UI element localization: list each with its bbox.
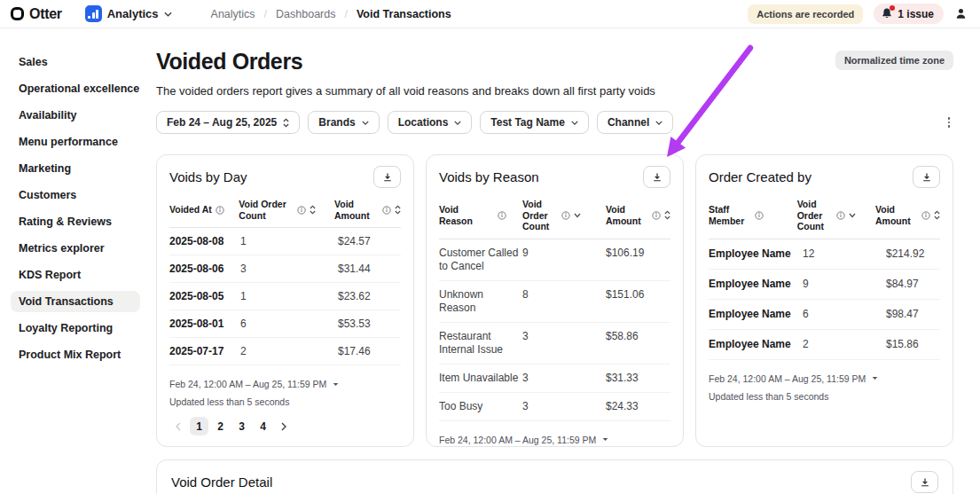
breadcrumb-separator: / [264,8,267,20]
download-button[interactable] [911,471,938,493]
void-reason-value: Restaurant Internal Issue [439,330,503,356]
info-icon[interactable] [216,206,224,215]
table-row: Employee Name 9 $84.97 [709,270,940,300]
info-icon[interactable] [498,211,506,220]
sidebar-item-kds-report[interactable]: KDS Report [11,264,140,286]
more-options-icon[interactable] [945,114,954,131]
page-1-button[interactable]: 1 [190,417,208,435]
sidebar-item-marketing[interactable]: Marketing [11,158,140,179]
caret-down-icon [333,382,339,387]
caret-down-icon [602,437,608,442]
void-order-count-value: 1 [240,235,338,247]
chevron-down-icon [655,121,662,125]
info-icon[interactable] [921,211,930,220]
card-date-range-label: Feb 24, 12:00 AM – Aug 25, 11:59 PM [169,379,326,389]
sidebar-item-operational-excellence[interactable]: Operational excellence [11,78,140,99]
main-content: Voided Orders Normalized time zone The v… [149,28,980,494]
page-3-button[interactable]: 3 [232,417,251,435]
app-switcher[interactable]: Analytics [85,5,172,22]
void-amount-value: $214.92 [886,247,940,260]
column-header-void-order-count: Void Order Count [522,199,558,232]
chevron-down-icon [454,121,461,125]
card-title: Order Created by [709,169,811,184]
sidebar-item-void-transactions[interactable]: Void Transactions [11,291,140,312]
locations-label: Locations [398,116,449,129]
table-row: Item Unavailable 3 $31.33 [439,365,670,393]
void-amount-value: $23.62 [338,290,401,302]
card-date-range[interactable]: Feb 24, 12:00 AM – Aug 25, 11:59 PM [439,435,670,445]
voided-at-value: 2025-08-05 [169,290,240,302]
info-icon[interactable] [561,211,570,220]
sort-icon[interactable] [395,205,401,215]
sidebar-item-metrics-explorer[interactable]: Metrics explorer [11,238,140,259]
page-2-button[interactable]: 2 [211,417,230,435]
void-amount-value: $98.47 [886,308,940,320]
actions-recorded-badge: Actions are recorded [748,4,863,24]
breadcrumb-dashboards[interactable]: Dashboards [276,8,335,20]
bell-icon [881,7,893,20]
staff-member-value: Employee Name [709,247,803,260]
order-created-by-card: Order Created by Staff Member Void Order… [695,154,953,447]
channel-filter[interactable]: Channel [597,111,673,134]
info-icon[interactable] [836,211,845,220]
locations-filter[interactable]: Locations [388,111,473,134]
otter-logo[interactable]: Otter [11,6,62,22]
test-tag-filter[interactable]: Test Tag Name [480,111,589,134]
card-date-range[interactable]: Feb 24, 12:00 AM – Aug 25, 11:59 PM [169,379,401,389]
sort-icon[interactable] [934,210,940,220]
sidebar-item-customers[interactable]: Customers [11,184,140,206]
void-amount-value: $31.33 [606,372,670,384]
issues-label: 1 issue [898,8,934,20]
next-page-icon[interactable] [275,418,293,435]
column-header-void-amount: Void Amount [606,204,648,226]
sort-icon[interactable] [310,205,316,215]
sidebar-item-rating-reviews[interactable]: Rating & Reviews [11,211,140,232]
card-title: Voids by Day [169,169,247,184]
void-amount-value: $15.86 [886,338,940,350]
table-row: 2025-08-08 1 $24.57 [169,228,401,255]
voids-by-reason-card: Voids by Reason Void Reason Void Order C… [426,154,684,447]
download-button[interactable] [913,166,940,188]
void-amount-value: $106.19 [606,247,670,259]
void-order-count-value: 6 [803,308,886,320]
download-button[interactable] [373,166,401,188]
sort-icon[interactable] [664,210,670,220]
void-amount-value: $53.53 [338,318,401,330]
void-order-count-value: 3 [522,330,606,342]
brands-filter[interactable]: Brands [308,111,379,134]
info-icon[interactable] [652,211,661,220]
info-icon[interactable] [755,211,764,220]
caret-down-icon [872,376,878,380]
breadcrumb: Analytics / Dashboards / Void Transactio… [211,8,451,20]
breadcrumb-analytics[interactable]: Analytics [211,8,255,20]
card-date-range-label: Feb 24, 12:00 AM – Aug 25, 11:59 PM [709,373,866,384]
sidebar-item-availability[interactable]: Availability [11,105,140,126]
voided-at-value: 2025-07-17 [169,345,240,357]
sidebar-item-menu-performance[interactable]: Menu performance [11,131,140,153]
date-range-filter[interactable]: Feb 24 – Aug 25, 2025 [156,111,300,134]
download-button[interactable] [643,166,670,188]
column-header-void-amount: Void Amount [334,199,379,221]
page-4-button[interactable]: 4 [254,417,272,435]
sort-desc-icon[interactable] [574,213,581,218]
void-amount-value: $17.46 [338,345,401,357]
sidebar-item-sales[interactable]: Sales [11,51,140,73]
brands-label: Brands [318,116,355,129]
sidebar-item-loyalty-reporting[interactable]: Loyalty Reporting [11,318,140,339]
table-row: Unknown Reason 8 $151.06 [439,281,670,323]
date-range-label: Feb 24 – Aug 25, 2025 [167,116,277,129]
sidebar-item-product-mix-report[interactable]: Product Mix Report [11,344,140,365]
info-icon[interactable] [382,206,391,215]
table-row: Employee Name 2 $15.86 [709,330,940,360]
issues-button[interactable]: 1 issue [874,4,944,24]
table-row: Employee Name 6 $98.47 [709,300,940,330]
profile-button[interactable] [954,7,968,20]
sort-desc-icon[interactable] [849,213,856,218]
test-tag-label: Test Tag Name [490,116,565,129]
card-date-range[interactable]: Feb 24, 12:00 AM – Aug 25, 11:59 PM [709,373,940,384]
unfold-icon [283,118,289,128]
card-title: Void Order Detail [171,474,272,490]
download-icon [382,172,393,183]
prev-page-icon[interactable] [169,418,187,435]
info-icon[interactable] [297,206,306,215]
